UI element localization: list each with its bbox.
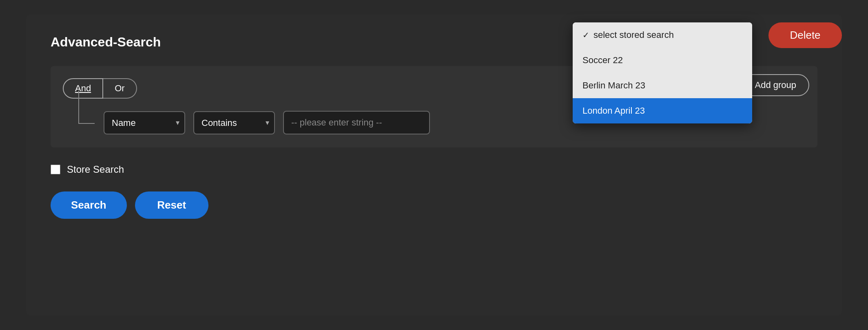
field-select-wrapper: Name Age City [104, 111, 185, 134]
checkmark-icon: ✓ [582, 30, 589, 40]
condition-select[interactable]: Contains Equals Starts with [193, 111, 275, 134]
reset-button[interactable]: Reset [135, 191, 208, 219]
connector-horizontal-line [78, 123, 95, 124]
delete-button[interactable]: Delete [768, 22, 842, 48]
string-value-input[interactable] [283, 111, 430, 134]
stored-search-dropdown: ✓ select stored search Soccer 22 Berlin … [573, 22, 752, 123]
field-select[interactable]: Name Age City [104, 111, 185, 134]
store-search-checkbox[interactable] [51, 165, 60, 174]
search-button[interactable]: Search [51, 191, 127, 219]
dropdown-item-london[interactable]: London April 23 [573, 98, 752, 123]
dropdown-item-soccer22[interactable]: Soccer 22 [573, 48, 752, 73]
store-search-label: Store Search [67, 164, 124, 175]
dropdown-item-select[interactable]: ✓ select stored search [573, 22, 752, 48]
or-button[interactable]: Or [103, 78, 137, 99]
page-container: Advanced-Search Delete ✓ select stored s… [26, 14, 842, 316]
condition-select-wrapper: Contains Equals Starts with [193, 111, 275, 134]
and-button[interactable]: And [63, 78, 103, 99]
action-buttons: Search Reset [51, 191, 817, 219]
connector-vertical-line [78, 90, 79, 123]
dropdown-item-berlin[interactable]: Berlin March 23 [573, 73, 752, 98]
store-search-row: Store Search [51, 164, 817, 175]
